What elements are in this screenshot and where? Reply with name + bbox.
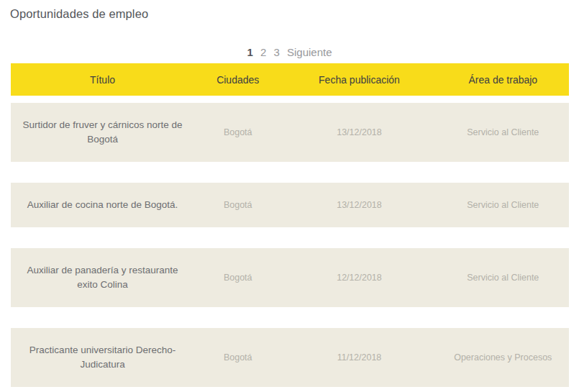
column-header-ciudades: Ciudades [195,74,281,86]
job-title: Surtidor de fruver y cárnicos norte de B… [11,118,195,147]
job-publish-date: 13/12/2018 [281,127,437,137]
job-work-area: Operaciones y Procesos [437,352,568,363]
job-city: Bogotá [195,200,281,210]
job-row[interactable]: Practicante universitario Derecho-Judica… [11,328,569,387]
column-header-titulo: Título [11,74,195,86]
job-table: Título Ciudades Fecha publicación Área d… [11,63,569,387]
job-row[interactable]: Auxiliar de panadería y restaurante exit… [11,248,569,307]
job-title: Auxiliar de panadería y restaurante exit… [11,263,195,292]
column-header-area-de-trabajo: Área de trabajo [437,74,568,86]
pagination-page-1-current[interactable]: 1 [247,46,252,58]
job-work-area: Servicio al Cliente [437,127,568,137]
pagination-page-3[interactable]: 3 [273,46,279,58]
job-work-area: Servicio al Cliente [437,273,568,283]
job-row[interactable]: Surtidor de fruver y cárnicos norte de B… [11,103,569,162]
job-city: Bogotá [195,352,281,363]
column-header-fecha-publicacion: Fecha publicación [281,74,437,86]
page-title: Oportunidades de empleo [0,0,579,21]
job-publish-date: 13/12/2018 [281,200,437,210]
job-title: Practicante universitario Derecho-Judica… [11,343,195,372]
job-publish-date: 12/12/2018 [281,273,437,283]
job-publish-date: 11/12/2018 [281,352,437,363]
job-title: Auxiliar de cocina norte de Bogotá. [11,198,195,212]
pagination-page-2[interactable]: 2 [260,46,266,58]
job-city: Bogotá [195,273,281,283]
job-row[interactable]: Auxiliar de cocina norte de Bogotá. Bogo… [11,183,569,227]
job-table-body: Surtidor de fruver y cárnicos norte de B… [11,103,569,387]
pagination: 1 2 3 Siguiente [0,46,579,58]
job-work-area: Servicio al Cliente [437,200,568,210]
job-city: Bogotá [195,127,281,137]
pagination-next-link[interactable]: Siguiente [287,46,332,58]
job-table-header: Título Ciudades Fecha publicación Área d… [11,63,569,96]
